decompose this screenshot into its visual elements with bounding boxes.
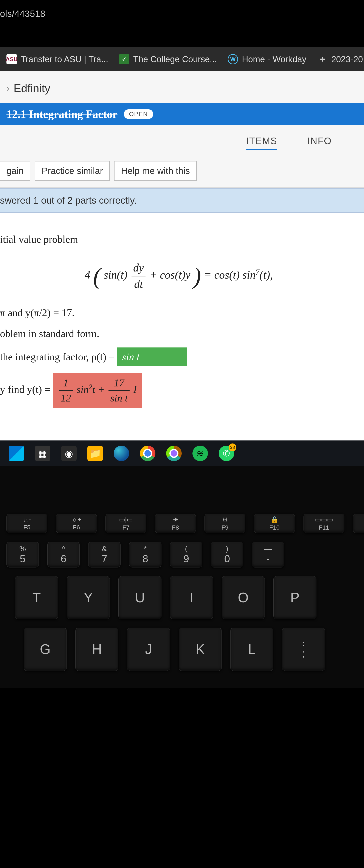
paren-right-icon: ) <box>193 263 201 289</box>
rho-answer-correct[interactable]: sin t <box>117 347 187 366</box>
key-f5: ☼-F5 <box>6 514 48 533</box>
bookmark-workday[interactable]: W Home - Workday <box>228 54 306 64</box>
problem-intro: itial value problem <box>0 232 358 247</box>
key-p: P <box>273 576 316 619</box>
key-f7: ▭|▭F7 <box>105 514 146 533</box>
bookmark-label: 2023-20 <box>331 55 363 64</box>
key-f8: ✈F8 <box>155 514 196 533</box>
edge-browser-icon[interactable] <box>114 445 129 461</box>
workday-icon: W <box>228 54 238 64</box>
eq-plus-term: + cos(t)y <box>150 269 190 281</box>
y-frac1-num: 1 <box>59 376 73 391</box>
chevron-right-icon: › <box>6 84 9 93</box>
key-k: K <box>179 628 222 671</box>
address-bar-url: ols/443518 <box>0 0 364 19</box>
y-frac-17-sint: 17 sin t <box>109 376 129 405</box>
whatsapp-badge: 38 <box>229 443 236 451</box>
section-title: 12.1 Integrating Factor <box>6 108 118 121</box>
asu-icon: ASU <box>6 54 17 64</box>
key-7: &7 <box>88 541 121 567</box>
key-8: *8 <box>129 541 161 567</box>
key-f10: 🔒F10 <box>254 514 295 533</box>
key-9: (9 <box>170 541 202 567</box>
page-content: › Edfinity 12.1 Integrating Factor OPEN … <box>0 71 364 466</box>
bookmark-college[interactable]: ✓ The College Course... <box>119 54 217 64</box>
rho-prefix: the integrating factor, ρ(t) = <box>0 351 117 363</box>
y-frac-1-12: 1 12 <box>59 376 73 405</box>
tab-items[interactable]: ITEMS <box>246 135 277 150</box>
key-h: H <box>75 628 118 671</box>
spotify-icon[interactable]: ≋ <box>192 445 208 461</box>
physical-keyboard: ☼-F5☼+F6▭|▭F7✈F8⚙F9🔒F10▭▭▭F11⊞F12 %5^6&7… <box>0 466 364 688</box>
eq-dy: dy <box>131 260 146 276</box>
section-banner: 12.1 Integrating Factor OPEN <box>0 103 364 125</box>
integrating-factor-line: the integrating factor, ρ(t) = sin t <box>0 347 358 366</box>
y-plus: t + <box>92 383 108 395</box>
bookmark-label: The College Course... <box>133 55 217 64</box>
feedback-message: swered 1 out of 2 parts correctly. <box>0 188 364 213</box>
bookmark-label: Home - Workday <box>242 55 306 64</box>
chrome-browser-icon[interactable] <box>140 445 155 461</box>
eq-dy-dt: dy dt <box>131 260 146 292</box>
tabs-row: ITEMS INFO <box>0 125 364 155</box>
breadcrumb-item[interactable]: Edfinity <box>13 82 50 95</box>
start-menu-icon[interactable] <box>9 445 24 461</box>
y-tail: I <box>133 383 137 395</box>
breadcrumb: › Edfinity <box>0 71 364 103</box>
key-f6: ☼+F6 <box>56 514 97 533</box>
eq-sin: sin(t) <box>104 269 127 281</box>
eq-rhs: = cos(t) sin <box>204 269 255 281</box>
paren-left-icon: ( <box>93 263 101 289</box>
key-f12: ⊞F12 <box>353 514 364 533</box>
eq-dt: dt <box>131 276 146 292</box>
key-f9: ⚙F9 <box>205 514 245 533</box>
practice-similar-button[interactable]: Practice similar <box>35 161 110 181</box>
eq-rhs-tail: (t), <box>260 269 273 281</box>
key-f11: ▭▭▭F11 <box>304 514 344 533</box>
key-5: %5 <box>6 541 39 567</box>
whatsapp-icon[interactable]: ✆ 38 <box>219 445 234 461</box>
file-explorer-icon[interactable]: 📁 <box>87 445 103 461</box>
plus-icon: + <box>317 54 327 64</box>
task-view-icon[interactable]: ▦ <box>35 445 50 461</box>
initial-condition: π and y(π/2) = 17. <box>0 306 358 320</box>
y-exp: 2 <box>89 382 92 391</box>
windows-taskbar: ▦ ◉ 📁 ≋ ✆ 38 <box>0 440 364 466</box>
bookmark-new[interactable]: + 2023-20 <box>317 54 363 64</box>
key-6: ^6 <box>48 541 80 567</box>
key-u: U <box>118 576 161 619</box>
open-badge: OPEN <box>124 110 153 119</box>
key-t: T <box>15 576 58 619</box>
eq-exponent: 7 <box>255 268 260 276</box>
eq-coef: 4 <box>85 269 90 281</box>
camera-icon[interactable]: ◉ <box>61 445 77 461</box>
y-frac2-den: sin t <box>109 391 129 405</box>
try-again-button[interactable]: gain <box>0 161 30 181</box>
action-row: gain Practice similar Help me with this <box>0 155 364 188</box>
key-l: L <box>230 628 273 671</box>
y-frac2-num: 17 <box>109 376 129 391</box>
key-o: O <box>222 576 265 619</box>
standard-form-line: oblem in standard form. <box>0 327 358 341</box>
y-answer-incorrect[interactable]: 1 12 sin2t + 17 sin t I <box>53 373 142 408</box>
problem-area: itial value problem 4 ( sin(t) dy dt + c… <box>0 213 364 440</box>
help-me-button[interactable]: Help me with this <box>114 161 197 181</box>
bookmark-asu[interactable]: ASU Transfer to ASU | Tra... <box>6 54 108 64</box>
y-frac1-den: 12 <box>59 391 73 405</box>
key-i: I <box>170 576 213 619</box>
y-sin: sin <box>77 383 89 395</box>
differential-equation: 4 ( sin(t) dy dt + cos(t)y ) = cos(t) si… <box>0 259 358 292</box>
key-y: Y <box>67 576 110 619</box>
key--: —- <box>252 541 284 567</box>
bookmarks-bar: ASU Transfer to ASU | Tra... ✓ The Colle… <box>0 48 364 71</box>
bookmark-label: Transfer to ASU | Tra... <box>21 55 108 64</box>
college-icon: ✓ <box>119 54 129 64</box>
y-solution-line: y find y(t) = 1 12 sin2t + 17 sin t I <box>0 373 358 408</box>
key-semicolon: :; <box>282 628 325 671</box>
key-g: G <box>24 628 67 671</box>
key-0: )0 <box>211 541 243 567</box>
y-prefix: y find y(t) = <box>0 383 53 395</box>
tab-info[interactable]: INFO <box>307 135 332 150</box>
chrome-canary-icon[interactable] <box>166 445 182 461</box>
key-j: J <box>127 628 170 671</box>
